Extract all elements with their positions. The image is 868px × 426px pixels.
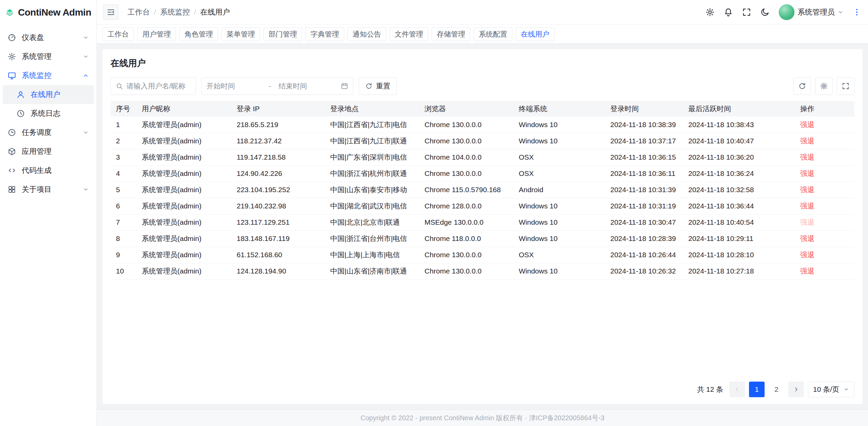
force-logout-link[interactable]: 强退 (800, 186, 814, 194)
sidebar-item-system-monitor[interactable]: 系统监控 (3, 66, 94, 85)
tab-在线用户[interactable]: 在线用户 (516, 27, 554, 41)
cell-no: 10 (111, 263, 136, 279)
table-toolbar (793, 77, 854, 95)
tab-通知公告[interactable]: 通知公告 (348, 27, 386, 41)
app-root: ContiNew Admin 仪表盘 系统管理 (0, 0, 868, 426)
refresh-table-button[interactable] (793, 77, 811, 95)
cell-ip: 219.140.232.98 (231, 198, 325, 214)
column-header: 登录 IP (231, 101, 325, 117)
chevron-down-icon (82, 53, 89, 60)
sidebar-item-label: 关于项目 (22, 184, 77, 195)
cell-browser: MSEdge 130.0.0.0 (419, 214, 513, 230)
column-settings-button[interactable] (815, 77, 833, 95)
logo[interactable]: ContiNew Admin (0, 0, 97, 25)
sidebar-collapse-button[interactable] (103, 4, 119, 20)
tab-用户管理[interactable]: 用户管理 (137, 27, 176, 41)
reset-button[interactable]: 重置 (359, 77, 397, 95)
cell-last_active: 2024-11-18 10:32:58 (683, 182, 795, 198)
sidebar-item-label: 仪表盘 (22, 33, 77, 43)
fullscreen-table-button[interactable] (837, 77, 854, 95)
cell-os: OSX (513, 149, 605, 165)
cell-action: 强退 (795, 214, 854, 230)
breadcrumb-item[interactable]: 工作台 (127, 7, 150, 17)
page-size-value: 10 条/页 (813, 385, 839, 394)
tab-list: 工作台用户管理角色管理菜单管理部门管理字典管理通知公告文件管理存储管理系统配置在… (97, 25, 868, 44)
cell-location: 中国|浙江省|杭州市|联通 (325, 165, 419, 182)
tab-菜单管理[interactable]: 菜单管理 (221, 27, 260, 41)
sidebar-item-code-generation[interactable]: 代码生成 (3, 161, 94, 180)
cell-ip: 124.128.194.90 (231, 263, 325, 279)
online-users-card: 在线用户 开始时间 - 结束时间 (102, 49, 863, 404)
chevron-down-icon (837, 9, 844, 15)
cell-nickname: 系统管理员(admin) (136, 133, 231, 149)
table-row: 3系统管理员(admin)119.147.218.58中国|广东省|深圳市|电信… (111, 149, 854, 165)
tab-部门管理[interactable]: 部门管理 (263, 27, 302, 41)
settings-icon[interactable] (705, 7, 715, 17)
cell-browser: Chrome 128.0.0.0 (419, 198, 513, 214)
pagination: 共 12 条 1 2 10 条/页 (111, 376, 854, 397)
cell-browser: Chrome 115.0.5790.168 (419, 182, 513, 198)
cell-login_time: 2024-11-18 10:36:11 (605, 165, 683, 182)
cell-no: 9 (111, 247, 136, 263)
sidebar-item-system-log[interactable]: 系统日志 (3, 104, 94, 123)
cell-action: 强退 (795, 165, 854, 182)
cell-no: 3 (111, 149, 136, 165)
pagination-page-1[interactable]: 1 (749, 382, 765, 397)
fullscreen-icon[interactable] (742, 7, 751, 17)
tab-角色管理[interactable]: 角色管理 (179, 27, 218, 41)
pagination-prev-button[interactable] (729, 382, 745, 397)
search-input[interactable] (126, 82, 191, 90)
force-logout-link[interactable]: 强退 (800, 121, 814, 128)
sidebar-item-app-management[interactable]: 应用管理 (3, 142, 94, 161)
force-logout-link[interactable]: 强退 (800, 251, 814, 259)
sidebar-item-dashboard[interactable]: 仪表盘 (3, 28, 94, 47)
breadcrumb-item[interactable]: 系统监控 (160, 7, 190, 17)
sidebar-item-task-schedule[interactable]: 任务调度 (3, 123, 94, 142)
more-vertical-icon[interactable] (852, 8, 861, 17)
column-header: 用户昵称 (136, 101, 231, 117)
cell-action: 强退 (795, 149, 854, 165)
pagination-next-button[interactable] (788, 382, 804, 397)
user-menu[interactable]: 系统管理员 (778, 4, 844, 20)
date-range-picker[interactable]: 开始时间 - 结束时间 (201, 77, 353, 95)
table-row: 10系统管理员(admin)124.128.194.90中国|山东省|济南市|联… (111, 263, 854, 279)
force-logout-link[interactable]: 强退 (800, 218, 814, 226)
cell-location: 中国|山东省|济南市|联通 (325, 263, 419, 279)
pagination-page-2[interactable]: 2 (769, 382, 784, 397)
tab-工作台[interactable]: 工作台 (102, 27, 134, 41)
cell-action: 强退 (795, 247, 854, 263)
cell-login_time: 2024-11-18 10:31:39 (605, 182, 683, 198)
tab-存储管理[interactable]: 存储管理 (432, 27, 470, 41)
chevron-down-icon (843, 386, 849, 392)
column-header: 最后活跃时间 (683, 101, 795, 117)
cell-ip: 223.104.195.252 (231, 182, 325, 198)
sidebar-item-about-project[interactable]: 关于项目 (3, 180, 94, 199)
cell-nickname: 系统管理员(admin) (136, 247, 231, 263)
force-logout-link[interactable]: 强退 (800, 153, 814, 161)
cell-login_time: 2024-11-18 10:26:32 (605, 263, 683, 279)
cell-last_active: 2024-11-18 10:38:43 (683, 117, 795, 133)
sidebar-item-online-users[interactable]: 在线用户 (3, 85, 94, 104)
tab-文件管理[interactable]: 文件管理 (390, 27, 428, 41)
table-row: 6系统管理员(admin)219.140.232.98中国|湖北省|武汉市|电信… (111, 198, 854, 214)
breadcrumb-separator: / (194, 8, 196, 17)
force-logout-link[interactable]: 强退 (800, 169, 814, 177)
page-size-select[interactable]: 10 条/页 (808, 382, 854, 397)
force-logout-link[interactable]: 强退 (800, 202, 814, 210)
cell-browser: Chrome 130.0.0.0 (419, 165, 513, 182)
force-logout-link[interactable]: 强退 (800, 267, 814, 275)
code-icon (7, 166, 16, 175)
sidebar-item-label: 代码生成 (22, 165, 89, 176)
sidebar-item-system-management[interactable]: 系统管理 (3, 47, 94, 66)
online-users-table: 序号用户昵称登录 IP登录地点浏览器终端系统登录时间最后活跃时间操作 1系统管理… (111, 101, 854, 280)
dark-mode-moon-icon[interactable] (760, 7, 770, 17)
force-logout-link[interactable]: 强退 (800, 137, 814, 145)
tab-系统配置[interactable]: 系统配置 (474, 27, 512, 41)
column-header: 序号 (111, 101, 136, 117)
bell-icon[interactable] (724, 7, 733, 17)
force-logout-link[interactable]: 强退 (800, 235, 814, 242)
sidebar-menu: 仪表盘 系统管理 系统监控 (0, 25, 97, 426)
tab-字典管理[interactable]: 字典管理 (305, 27, 344, 41)
table-body: 1系统管理员(admin)218.65.5.219中国|江西省|九江市|电信Ch… (111, 117, 854, 279)
cell-no: 7 (111, 214, 136, 230)
